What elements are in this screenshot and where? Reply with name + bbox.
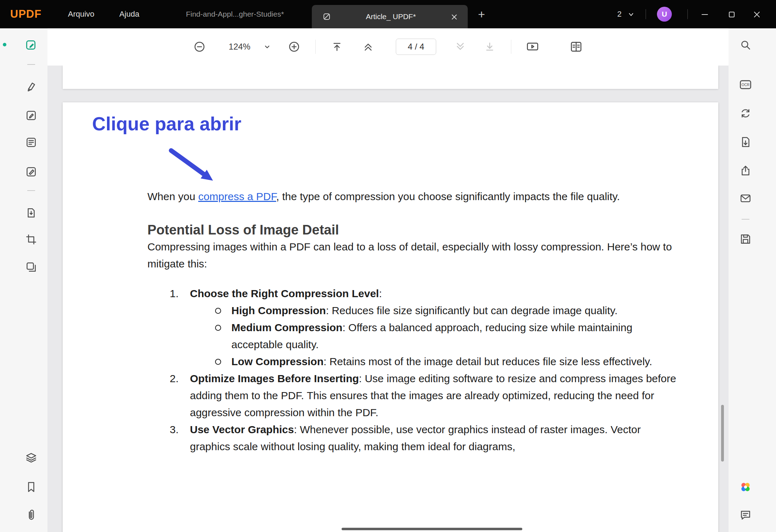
tab-count-chevron-icon[interactable] (628, 11, 634, 18)
save-icon[interactable] (738, 231, 753, 247)
updf-window: UPDF Arquivo Ajuda Find-and-Appl...gher-… (0, 0, 776, 532)
document-toolbar: 124% (47, 28, 729, 66)
list-subitem: Low Compression: Retains most of the ima… (147, 353, 682, 370)
svg-text:OCR: OCR (742, 83, 749, 87)
new-tab-button[interactable]: + (478, 7, 485, 21)
tab-document-icon (322, 12, 331, 21)
annotation-text[interactable]: Clique para abrir (92, 113, 241, 135)
tab-active-label: Article_ UPDF* (366, 12, 416, 21)
organize-pages-icon[interactable] (23, 205, 39, 221)
zoom-in-button[interactable] (288, 40, 300, 53)
numbered-list: 1. Choose the Right Compression Level: H… (147, 285, 682, 455)
crop-pages-icon[interactable] (23, 232, 39, 247)
reader-view-icon[interactable] (23, 135, 39, 150)
menu-ajuda[interactable]: Ajuda (119, 10, 139, 19)
tab-inactive[interactable]: Find-and-Appl...gher-Studies* (186, 10, 284, 18)
list-item: 2. Optimize Images Before Inserting: Use… (147, 370, 682, 421)
zoom-level[interactable]: 124% (229, 42, 250, 52)
maximize-button[interactable] (726, 9, 738, 21)
previous-page-button[interactable] (362, 40, 375, 53)
right-toolbar: OCR (729, 28, 776, 532)
bullet-icon (215, 308, 221, 314)
title-bar: UPDF Arquivo Ajuda Find-and-Appl...gher-… (0, 0, 776, 28)
layers-icon[interactable] (23, 450, 39, 465)
share-icon[interactable] (738, 163, 753, 179)
bullet-icon (215, 325, 221, 331)
comment-tool-icon[interactable] (23, 37, 39, 53)
convert-icon[interactable] (738, 106, 753, 121)
bullet-icon (215, 359, 221, 365)
titlebar-divider (687, 9, 688, 19)
feedback-icon[interactable] (738, 507, 753, 523)
close-button[interactable] (751, 9, 763, 21)
toolbar-divider (315, 40, 316, 54)
zoom-dropdown-icon[interactable] (264, 44, 270, 50)
paragraph-2: Compressing images within a PDF can lead… (147, 238, 682, 272)
ocr-icon[interactable]: OCR (738, 77, 753, 92)
edit-text-icon[interactable] (23, 108, 39, 123)
attachment-icon[interactable] (23, 507, 39, 523)
compress-pdf-link[interactable]: compress a PDF (198, 191, 276, 202)
last-page-button[interactable] (483, 40, 496, 53)
tab-count[interactable]: 2 (617, 10, 622, 19)
pdf-page: Clique para abrir When you compress a PD… (63, 102, 718, 532)
minimize-button[interactable] (699, 9, 711, 21)
page-edit-icon[interactable] (23, 164, 39, 180)
next-page-button[interactable] (454, 40, 467, 53)
document-text: When you compress a PDF, the type of com… (147, 188, 682, 455)
sidebar-divider (27, 190, 35, 191)
menu-arquivo[interactable]: Arquivo (68, 10, 95, 19)
left-toolbar (0, 28, 47, 532)
page-indicator-input[interactable]: 4 / 4 (396, 39, 436, 55)
main-area: 124% (47, 28, 729, 532)
ai-assistant-icon[interactable] (738, 479, 753, 495)
horizontal-scrollbar-thumb[interactable] (342, 528, 522, 530)
section-heading: Potential Loss of Image Detail (147, 221, 682, 238)
vertical-scrollbar-thumb[interactable] (721, 405, 724, 462)
stamp-pages-icon[interactable] (23, 259, 39, 275)
email-icon[interactable] (738, 191, 753, 206)
active-tool-indicator (3, 43, 6, 46)
tab-close-icon[interactable] (450, 13, 459, 21)
list-item: 1. Choose the Right Compression Level: (147, 285, 682, 302)
reading-mode-button[interactable] (569, 40, 583, 53)
first-page-button[interactable] (331, 40, 343, 53)
list-item: 3. Use Vector Graphics: Whenever possibl… (147, 421, 682, 455)
titlebar-divider (646, 9, 646, 19)
zoom-out-button[interactable] (193, 40, 206, 53)
document-viewport: Clique para abrir When you compress a PD… (47, 66, 729, 532)
previous-page-bottom (63, 66, 718, 89)
list-subitem: Medium Compression: Offers a balanced ap… (147, 319, 682, 353)
sidebar-divider (742, 219, 749, 220)
page-export-icon[interactable] (738, 134, 753, 150)
avatar[interactable]: U (657, 7, 672, 22)
presentation-mode-button[interactable] (526, 40, 539, 53)
toolbar-divider (511, 40, 511, 54)
search-icon[interactable] (738, 37, 753, 53)
annotate-pen-icon[interactable] (23, 79, 39, 94)
list-subitem: High Compression: Reduces file size sign… (147, 302, 682, 319)
paragraph-1: When you compress a PDF, the type of com… (147, 188, 682, 205)
tab-active[interactable]: Article_ UPDF* (312, 5, 468, 28)
updf-logo: UPDF (10, 8, 41, 21)
sidebar-divider (27, 64, 35, 65)
annotation-arrow-icon[interactable] (168, 148, 228, 192)
bookmark-icon[interactable] (23, 479, 39, 495)
